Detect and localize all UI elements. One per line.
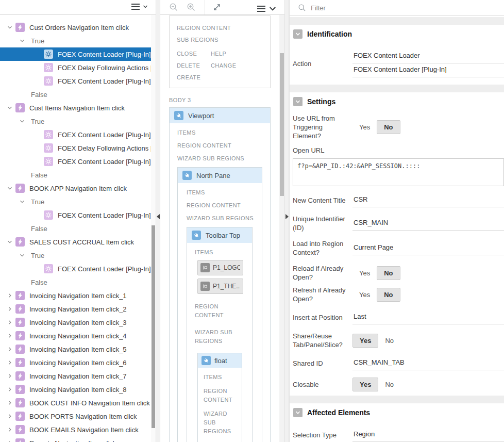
wizard-sub-regions-slot[interactable]: WIZARD SUB REGIONS bbox=[195, 328, 246, 346]
menu-item-create[interactable]: CREATE bbox=[177, 72, 211, 84]
zoom-out-icon[interactable] bbox=[169, 3, 178, 12]
sub-regions-slot[interactable]: SUB REGIONS bbox=[177, 34, 270, 46]
menu-item-close[interactable]: CLOSE bbox=[177, 48, 211, 60]
tree-item-action[interactable]: SALES CUST ACCRUAL Item click bbox=[0, 235, 151, 249]
option-no[interactable]: No bbox=[377, 266, 400, 280]
tree-branch[interactable]: True bbox=[0, 114, 151, 128]
option-yes[interactable]: Yes bbox=[352, 288, 377, 301]
field-value[interactable]: FOEX Content Loader bbox=[352, 50, 504, 63]
chevron-right-icon[interactable] bbox=[4, 359, 15, 366]
chevron-down-icon[interactable] bbox=[16, 118, 28, 125]
option-yes[interactable]: Yes bbox=[352, 334, 378, 348]
tree-item-plugin[interactable]: FOEX Content Loader [Plug-In] bbox=[0, 47, 151, 61]
chevron-down-icon[interactable] bbox=[16, 37, 28, 44]
region-viewport-header[interactable]: Viewport bbox=[170, 108, 270, 123]
tree-item-action[interactable]: Cust Items Navigation Item click bbox=[0, 101, 151, 114]
chevron-right-icon[interactable] bbox=[4, 305, 15, 313]
filter-input[interactable] bbox=[311, 4, 465, 12]
tree-item-action[interactable]: Invoicing Navigation Item click_4 bbox=[0, 329, 151, 342]
tree-item-plugin[interactable]: FOEX Content Loader [Plug-In] bbox=[0, 262, 151, 275]
tree-item-action[interactable]: Invoicing Navigation Item click_8 bbox=[0, 383, 151, 396]
tree-item-action[interactable]: Invoicing Navigation Item click_6 bbox=[0, 356, 151, 369]
tree-branch[interactable]: False bbox=[0, 275, 151, 289]
layout-menu-button[interactable] bbox=[257, 4, 277, 13]
chevron-right-icon[interactable] bbox=[4, 426, 15, 433]
tree-branch[interactable]: True bbox=[0, 249, 151, 262]
field-value[interactable]: FOEX Content Loader [Plug-In] bbox=[352, 63, 504, 77]
chevron-right-icon[interactable] bbox=[4, 386, 15, 393]
tree-item-plugin[interactable]: FOEX Content Loader [Plug-In] bbox=[0, 155, 151, 168]
field-value[interactable]: Region bbox=[352, 428, 504, 442]
tree-menu-button[interactable] bbox=[131, 4, 148, 10]
field-value[interactable]: Current Page bbox=[352, 241, 504, 255]
tree-item-action[interactable]: Invoicing Navigation Item click_5 bbox=[0, 342, 151, 356]
chevron-down-icon[interactable] bbox=[4, 104, 15, 111]
region-float-header[interactable]: float bbox=[198, 353, 242, 368]
field-value[interactable]: CSR_MAIN_TAB bbox=[352, 356, 504, 370]
chevron-right-icon[interactable] bbox=[4, 372, 15, 380]
middle-scrollbar-thumb[interactable] bbox=[280, 53, 284, 196]
items-slot[interactable]: ITEMS bbox=[177, 128, 264, 137]
region-content-slot[interactable]: REGION CONTENT bbox=[177, 22, 270, 34]
field-value[interactable]: Last bbox=[352, 310, 504, 324]
wizard-sub-regions-slot[interactable]: WIZARD SUB REGIONS bbox=[177, 154, 264, 163]
expand-icon[interactable] bbox=[212, 3, 222, 12]
option-no[interactable]: No bbox=[378, 378, 400, 391]
items-slot[interactable]: ITEMS bbox=[195, 248, 246, 257]
chevron-right-icon[interactable] bbox=[4, 332, 15, 339]
chevron-right-icon[interactable] bbox=[4, 319, 15, 326]
chevron-down-icon[interactable] bbox=[4, 238, 15, 245]
collapse-right-icon[interactable] bbox=[285, 214, 289, 219]
tree-item-action[interactable]: Reports Navigation Item click bbox=[0, 436, 151, 442]
tree-item-action[interactable]: Invoicing Navigation Item click_2 bbox=[0, 302, 151, 316]
tree-item-plugin[interactable]: FOEX Delay Following Actions [Plug-In] bbox=[0, 61, 151, 74]
chevron-right-icon[interactable] bbox=[4, 439, 15, 442]
page-item-p1-theme[interactable]: P1_THE... bbox=[197, 279, 243, 294]
tree-branch[interactable]: False bbox=[0, 168, 151, 182]
region-content-slot[interactable]: REGION CONTENT bbox=[204, 387, 234, 404]
menu-item-delete[interactable]: DELETE bbox=[177, 60, 211, 72]
chevron-right-icon[interactable] bbox=[4, 399, 15, 406]
chevron-right-icon[interactable] bbox=[4, 413, 15, 420]
region-toolbar-top-header[interactable]: Toolbar Top bbox=[187, 227, 252, 243]
items-slot[interactable]: ITEMS bbox=[204, 373, 234, 382]
field-value[interactable]: CSR_MAIN bbox=[352, 217, 504, 231]
region-content-slot[interactable]: REGION CONTENT bbox=[195, 302, 246, 320]
tree-item-action[interactable]: BOOK APP Navigation Item click bbox=[0, 182, 151, 195]
chevron-down-icon[interactable] bbox=[16, 252, 28, 259]
tree-item-plugin[interactable]: FOEX Delay Following Actions [Plug-In] bbox=[0, 141, 151, 155]
collapse-section-icon[interactable] bbox=[293, 97, 303, 106]
tree-item-action[interactable]: BOOK EMAILS Navigation Item click bbox=[0, 423, 151, 436]
wizard-sub-regions-slot[interactable]: WIZARD SUB REGIONS bbox=[204, 410, 234, 436]
option-yes[interactable]: Yes bbox=[352, 267, 377, 280]
tree-item-action[interactable]: BOOK CUST INFO Navigation Item click bbox=[0, 396, 151, 410]
collapse-section-icon[interactable] bbox=[293, 408, 303, 417]
tree-item-plugin[interactable]: FOEX Content Loader [Plug-In] bbox=[0, 208, 151, 222]
left-scrollbar[interactable] bbox=[151, 15, 156, 442]
open-url-textarea[interactable]: f?p=&APP_ID.:42:&APP_SESSION.:::: bbox=[293, 158, 504, 186]
collapse-section-icon[interactable] bbox=[293, 29, 303, 39]
option-yes[interactable]: Yes bbox=[352, 378, 378, 391]
option-yes[interactable]: Yes bbox=[352, 121, 377, 134]
wizard-sub-regions-slot[interactable]: WIZARD SUB REGIONS bbox=[187, 214, 256, 223]
middle-scrollbar[interactable] bbox=[279, 15, 284, 442]
right-splitter[interactable] bbox=[284, 0, 289, 442]
region-content-slot[interactable]: REGION CONTENT bbox=[177, 141, 264, 150]
option-no[interactable]: No bbox=[377, 120, 400, 134]
tree-branch[interactable]: True bbox=[0, 34, 151, 47]
region-north-pane-header[interactable]: North Pane bbox=[178, 168, 262, 183]
tree-branch[interactable]: False bbox=[0, 222, 151, 235]
chevron-down-icon[interactable] bbox=[16, 198, 28, 205]
field-value[interactable]: CSR bbox=[352, 193, 504, 207]
collapse-left-icon[interactable] bbox=[157, 214, 160, 219]
menu-item-help[interactable]: HELP bbox=[211, 48, 245, 60]
chevron-right-icon[interactable] bbox=[4, 292, 15, 299]
menu-item-change[interactable]: CHANGE bbox=[211, 60, 245, 72]
chevron-down-icon[interactable] bbox=[4, 24, 15, 31]
region-content-slot[interactable]: REGION CONTENT bbox=[187, 201, 256, 210]
tree-branch[interactable]: False bbox=[0, 88, 151, 101]
chevron-down-icon[interactable] bbox=[4, 185, 15, 192]
left-scrollbar-thumb[interactable] bbox=[152, 225, 155, 428]
left-splitter[interactable] bbox=[156, 0, 160, 442]
tree-item-action[interactable]: BOOK PORTS Navigation Item click bbox=[0, 410, 151, 423]
